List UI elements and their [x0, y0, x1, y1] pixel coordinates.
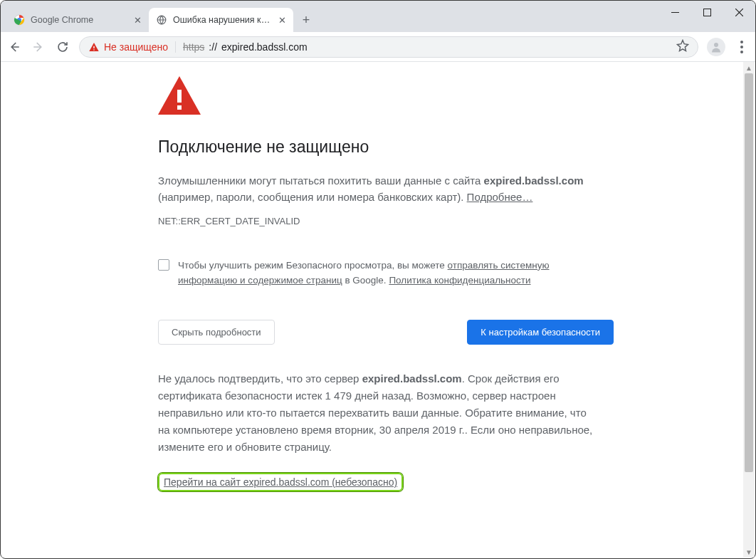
- window-controls: [659, 1, 755, 23]
- address-bar[interactable]: Не защищено https://expired.badssl.com: [79, 36, 698, 58]
- proceed-unsafe-link[interactable]: Перейти на сайт expired.badssl.com (небе…: [158, 473, 403, 491]
- hide-details-button[interactable]: Скрыть подробности: [158, 320, 275, 345]
- menu-button[interactable]: [734, 39, 750, 55]
- svg-point-9: [714, 43, 718, 47]
- interstitial-page: Подключение не защищено Злоумышленники м…: [158, 62, 614, 491]
- learn-more-link[interactable]: Подробнее…: [467, 191, 533, 203]
- close-icon[interactable]: ✕: [134, 15, 142, 26]
- url-sep: ://: [209, 41, 217, 53]
- details-paragraph: Не удалось подтвердить, что это сервер e…: [158, 370, 599, 456]
- button-row: Скрыть подробности К настройкам безопасн…: [158, 320, 614, 345]
- warning-icon: [88, 41, 100, 53]
- svg-rect-4: [704, 9, 711, 16]
- tab-title: Google Chrome: [31, 15, 128, 25]
- warning-triangle-icon: [158, 76, 614, 117]
- opt-in-row: Чтобы улучшить режим Безопасного просмот…: [158, 258, 557, 288]
- scrollbar[interactable]: ▲ ▼: [743, 62, 755, 558]
- kebab-icon: [740, 41, 743, 53]
- new-tab-button[interactable]: +: [296, 10, 316, 30]
- maximize-button[interactable]: [691, 1, 723, 23]
- opt-in-text: Чтобы улучшить режим Безопасного просмот…: [178, 258, 557, 288]
- tab-google-chrome[interactable]: Google Chrome ✕: [6, 8, 149, 32]
- privacy-policy-link[interactable]: Политика конфиденциальности: [389, 275, 530, 286]
- svg-rect-11: [177, 105, 182, 110]
- svg-rect-7: [93, 46, 94, 48]
- security-label: Не защищено: [104, 41, 168, 53]
- title-bar: Google Chrome ✕ Ошибка нарушения конфиде…: [1, 1, 755, 32]
- forward-button[interactable]: [31, 39, 46, 55]
- toolbar: Не защищено https://expired.badssl.com: [1, 32, 755, 62]
- back-button[interactable]: [6, 39, 22, 55]
- opt-in-checkbox[interactable]: [158, 259, 169, 271]
- security-indicator[interactable]: Не защищено: [88, 41, 168, 53]
- url-host: expired.badssl.com: [221, 41, 308, 53]
- tab-error-page[interactable]: Ошибка нарушения конфиденц ✕: [149, 8, 293, 32]
- page-heading: Подключение не защищено: [158, 137, 614, 157]
- chrome-icon: [14, 14, 25, 26]
- viewport: Подключение не защищено Злоумышленники м…: [1, 62, 755, 558]
- profile-avatar[interactable]: [707, 38, 725, 56]
- scroll-down-icon[interactable]: ▼: [743, 546, 755, 558]
- scrollbar-thumb[interactable]: [745, 73, 753, 472]
- safety-settings-button[interactable]: К настройкам безопасности: [467, 320, 614, 345]
- tab-title: Ошибка нарушения конфиденц: [173, 15, 273, 25]
- close-button[interactable]: [723, 1, 755, 23]
- reload-button[interactable]: [55, 39, 70, 55]
- svg-rect-10: [177, 90, 182, 103]
- scroll-up-icon[interactable]: ▲: [743, 62, 755, 73]
- url-scheme: https: [183, 41, 204, 53]
- tab-strip: Google Chrome ✕ Ошибка нарушения конфиде…: [1, 1, 316, 32]
- divider: [175, 41, 176, 53]
- svg-rect-8: [93, 49, 94, 50]
- globe-icon: [156, 14, 167, 26]
- close-icon[interactable]: ✕: [278, 15, 286, 26]
- minimize-button[interactable]: [659, 1, 691, 23]
- star-icon[interactable]: [676, 39, 689, 54]
- warning-paragraph: Злоумышленники могут пытаться похитить в…: [158, 172, 614, 206]
- error-code: NET::ERR_CERT_DATE_INVALID: [158, 216, 614, 226]
